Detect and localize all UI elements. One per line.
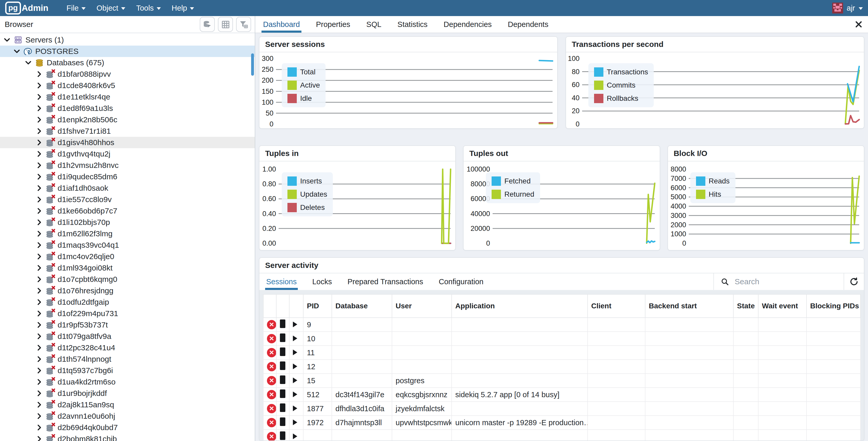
- view-data-button[interactable]: [218, 17, 233, 32]
- chevron-right-icon[interactable]: [35, 299, 43, 305]
- chevron-right-icon[interactable]: [35, 413, 43, 419]
- chevron-right-icon[interactable]: [35, 71, 43, 77]
- chevron-right-icon[interactable]: [35, 436, 43, 441]
- sidebar-item-database[interactable]: d1bfar0888ipvv: [0, 68, 255, 80]
- chevron-right-icon[interactable]: [35, 116, 43, 123]
- sidebar-item-database[interactable]: d1gisv4h80hhos: [0, 137, 255, 148]
- refresh-button[interactable]: [844, 273, 864, 290]
- chevron-right-icon[interactable]: [35, 231, 43, 237]
- sidebar-item-database[interactable]: d1of229m4pu731: [0, 308, 255, 319]
- tab-dependents[interactable]: Dependents: [506, 16, 550, 33]
- sidebar-item-servers[interactable]: Servers (1): [0, 34, 255, 45]
- sidebar-item-database[interactable]: d1t2pc328c41u4: [0, 342, 255, 353]
- sidebar-item-databases[interactable]: Databases (675): [0, 57, 255, 68]
- chevron-right-icon[interactable]: [35, 151, 43, 157]
- terminate-session-icon[interactable]: ✕: [267, 376, 276, 385]
- sidebar-item-database[interactable]: d1th574lnpnogt: [0, 353, 255, 365]
- sidebar-item-database[interactable]: d1h2vmsu2h8nvc: [0, 160, 255, 171]
- chevron-right-icon[interactable]: [35, 276, 43, 282]
- chevron-right-icon[interactable]: [35, 208, 43, 214]
- chevron-right-icon[interactable]: [35, 287, 43, 294]
- chevron-right-icon[interactable]: [35, 402, 43, 408]
- terminate-session-icon[interactable]: ✕: [267, 320, 276, 329]
- sidebar-item-database[interactable]: d2avnn1e0u6ohj: [0, 410, 255, 422]
- tab-prepared-transactions[interactable]: Prepared Transactions: [346, 273, 424, 290]
- chevron-right-icon[interactable]: [35, 162, 43, 168]
- chevron-right-icon[interactable]: [35, 425, 43, 431]
- chevron-right-icon[interactable]: [35, 310, 43, 317]
- sidebar-item-database[interactable]: d1ke66obd6p7c7: [0, 205, 255, 216]
- sidebar-item-database[interactable]: d2aj8k115an9sq: [0, 399, 255, 410]
- chevron-right-icon[interactable]: [35, 128, 43, 134]
- sidebar-item-database[interactable]: d1tq5937c7bg6i: [0, 365, 255, 376]
- close-panel-button[interactable]: [855, 20, 863, 29]
- terminate-session-icon[interactable]: ✕: [267, 348, 276, 357]
- sidebar-item-database[interactable]: d1e11etklsr4qe: [0, 91, 255, 103]
- sidebar-item-database[interactable]: d1cde8408rk6v5: [0, 80, 255, 91]
- expand-row-icon[interactable]: [293, 349, 297, 355]
- sidebar-item-database[interactable]: d1ur9bojrjkddf: [0, 387, 255, 399]
- tab-locks[interactable]: Locks: [311, 273, 333, 290]
- query-tool-button[interactable]: [200, 17, 215, 32]
- sidebar-item-database[interactable]: d1ed8f69a1u3ls: [0, 103, 255, 114]
- menu-tools[interactable]: Tools: [136, 4, 161, 12]
- cancel-query-icon[interactable]: [280, 375, 285, 384]
- sidebar-item-database[interactable]: d2bobm8k81chib: [0, 433, 255, 441]
- chevron-right-icon[interactable]: [35, 390, 43, 397]
- chevron-down-icon[interactable]: [13, 49, 21, 54]
- tab-dependencies[interactable]: Dependencies: [442, 16, 493, 33]
- menu-help[interactable]: Help: [172, 4, 194, 12]
- sidebar-item-database[interactable]: d1m62ll62f3lmg: [0, 228, 255, 239]
- chevron-right-icon[interactable]: [35, 253, 43, 260]
- tab-configuration[interactable]: Configuration: [438, 273, 485, 290]
- cancel-query-icon[interactable]: [280, 403, 285, 412]
- chevron-right-icon[interactable]: [35, 174, 43, 180]
- search-input[interactable]: [735, 277, 844, 286]
- sidebar-scrollbar-thumb[interactable]: [251, 54, 254, 76]
- sidebar-item-database[interactable]: d1i9qudec85dm6: [0, 171, 255, 182]
- sidebar-item-database[interactable]: d1gvthvq4tqu2j: [0, 148, 255, 160]
- filtered-rows-button[interactable]: [236, 17, 251, 32]
- tab-statistics[interactable]: Statistics: [396, 16, 429, 33]
- chevron-right-icon[interactable]: [35, 322, 43, 328]
- sidebar-item-database[interactable]: d1t079ga8tfv9a: [0, 331, 255, 342]
- sidebar-item-database[interactable]: d1odfu2dtfgaip: [0, 297, 255, 308]
- terminate-session-icon[interactable]: ✕: [267, 390, 276, 399]
- tab-sessions[interactable]: Sessions: [265, 273, 298, 290]
- menu-object[interactable]: Object: [96, 4, 125, 12]
- chevron-right-icon[interactable]: [35, 94, 43, 100]
- tab-properties[interactable]: Properties: [314, 16, 352, 33]
- chevron-right-icon[interactable]: [35, 242, 43, 248]
- chevron-right-icon[interactable]: [35, 265, 43, 271]
- chevron-right-icon[interactable]: [35, 367, 43, 374]
- sidebar-item-database[interactable]: d1iaf1dh0saok: [0, 182, 255, 194]
- chevron-down-icon[interactable]: [24, 61, 32, 65]
- sidebar-item-database[interactable]: d1ie557cc8lo9v: [0, 194, 255, 205]
- cancel-query-icon[interactable]: [280, 389, 285, 398]
- expand-row-icon[interactable]: [293, 377, 297, 383]
- chevron-down-icon[interactable]: [3, 38, 11, 42]
- menu-file[interactable]: File: [66, 4, 86, 12]
- chevron-right-icon[interactable]: [35, 219, 43, 226]
- terminate-session-icon[interactable]: ✕: [267, 404, 276, 413]
- expand-row-icon[interactable]: [293, 434, 297, 439]
- chevron-right-icon[interactable]: [35, 333, 43, 339]
- terminate-session-icon[interactable]: ✕: [267, 362, 276, 371]
- expand-row-icon[interactable]: [293, 364, 297, 369]
- chevron-right-icon[interactable]: [35, 356, 43, 362]
- chevron-right-icon[interactable]: [35, 82, 43, 89]
- sidebar-item-database[interactable]: d1r9pf53b737t: [0, 319, 255, 331]
- terminate-session-icon[interactable]: ✕: [267, 432, 276, 440]
- sidebar-item-server-postgres[interactable]: POSTGRES: [0, 45, 255, 57]
- cancel-query-icon[interactable]: [280, 347, 285, 356]
- tab-sql[interactable]: SQL: [365, 16, 383, 33]
- sidebar-item-database[interactable]: d1o76hresjdngg: [0, 285, 255, 297]
- user-menu[interactable]: ajr: [832, 3, 863, 13]
- chevron-right-icon[interactable]: [35, 185, 43, 191]
- cancel-query-icon[interactable]: [280, 319, 285, 328]
- sidebar-item-database[interactable]: d1o7cpbt6kqmg0: [0, 274, 255, 285]
- sidebar-item-database[interactable]: d2b69d4qk0ubd7: [0, 422, 255, 433]
- chevron-right-icon[interactable]: [35, 345, 43, 351]
- sidebar-item-database[interactable]: d1maqs39vc04q1: [0, 239, 255, 251]
- chevron-right-icon[interactable]: [35, 379, 43, 385]
